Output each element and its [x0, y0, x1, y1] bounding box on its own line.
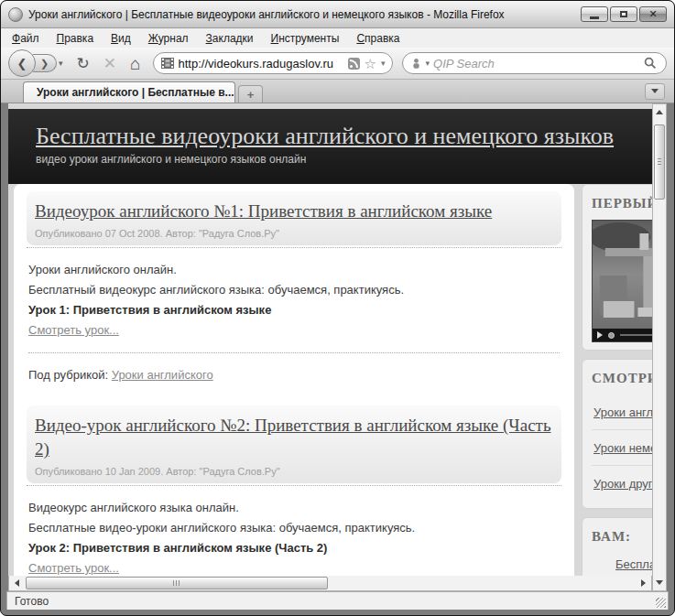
- article-2-meta: Опубликовано 10 Jan 2009. Автор: "Радуга…: [35, 466, 553, 477]
- rss-icon[interactable]: [348, 58, 360, 70]
- article-2-bold-line: Урок 2: Приветствия в английском языке (…: [28, 538, 560, 558]
- search-input[interactable]: [433, 57, 640, 70]
- sidebar-vam-title: ВАМ:: [592, 529, 652, 545]
- arrow-right-icon: [641, 579, 646, 587]
- sidebar: ПЕРВЫЙ УРОК: [582, 184, 652, 576]
- article-1-category-line: Под рубрикой: Уроки английского: [28, 368, 560, 382]
- address-bar[interactable]: ☆ ▾: [153, 52, 393, 74]
- search-engine-dropdown-icon[interactable]: ▾: [426, 59, 430, 68]
- bookmark-star-icon[interactable]: ☆: [365, 57, 376, 70]
- category-label: Под рубрикой:: [28, 368, 108, 382]
- film-strip-icon: [161, 58, 174, 69]
- qip-logo-icon[interactable]: [410, 58, 422, 70]
- window-controls: ✕: [581, 6, 667, 22]
- article-2-line2: Бесплатные видео-уроки английского языка…: [28, 518, 560, 538]
- player-progress-track[interactable]: [620, 334, 652, 336]
- player-knob-icon[interactable]: [608, 332, 615, 339]
- arrow-left-icon: [15, 579, 19, 587]
- scroll-left-button[interactable]: [10, 576, 24, 590]
- url-input[interactable]: [179, 57, 343, 70]
- arrow-down-icon: [656, 580, 663, 585]
- article-1-body: Уроки английского онлайн. Бесплатный вид…: [27, 248, 561, 353]
- minimize-button[interactable]: [581, 6, 608, 22]
- article-2-watch-link[interactable]: Смотреть урок...: [28, 561, 119, 575]
- article-1-line1: Уроки английского онлайн.: [28, 260, 560, 280]
- list-item: Уроки немецкого: [592, 429, 652, 465]
- menu-file[interactable]: Файл: [12, 32, 39, 45]
- play-icon[interactable]: [597, 331, 603, 339]
- home-icon: ⌂: [130, 54, 140, 73]
- article-1-meta: Опубликовано 07 Oct 2008. Автор: "Радуга…: [35, 228, 553, 239]
- search-bar[interactable]: ▾: [402, 52, 667, 74]
- sidebar-link-english-lessons[interactable]: Уроки английского: [593, 405, 652, 419]
- sidebar-vam-box: ВАМ: Бесплатный Переводчик: [582, 517, 652, 576]
- forward-button[interactable]: ❯: [33, 54, 57, 72]
- scroll-right-button[interactable]: [637, 576, 650, 590]
- web-page: Бесплатные видеоуроки английского и неме…: [8, 103, 652, 576]
- home-button[interactable]: ⌂: [130, 55, 140, 72]
- article-2: Видео-урок английского №2: Приветствия в…: [27, 405, 561, 576]
- navigation-toolbar: ❮ ❯ ▾ ↻ ✕ ⌂ ☆ ▾ ▾: [1, 48, 674, 80]
- title-bar[interactable]: Уроки английского | Бесплатные видеоурок…: [1, 1, 674, 28]
- article-1-bold-line: Урок 1: Приветствия в английском языке: [28, 300, 560, 320]
- status-text: Готово: [15, 595, 49, 608]
- menu-edit[interactable]: Правка: [57, 32, 94, 45]
- menu-help[interactable]: Справка: [356, 32, 399, 45]
- menu-history[interactable]: Журнал: [148, 32, 189, 45]
- menu-bookmarks[interactable]: Закладки: [206, 32, 254, 45]
- article-1-header: Видеоурок английского №1: Приветствия в …: [27, 191, 561, 245]
- site-header: Бесплатные видеоуроки английского и неме…: [8, 109, 652, 184]
- stop-button[interactable]: ✕: [103, 56, 116, 71]
- tab-bar: Уроки английского | Бесплатные в... +: [1, 80, 674, 103]
- list-item: Уроки других языков: [592, 465, 652, 501]
- restore-button[interactable]: [610, 6, 637, 22]
- reload-icon: ↻: [77, 55, 90, 72]
- sidebar-first-lesson-box: ПЕРВЫЙ УРОК: [582, 184, 652, 351]
- article-1-watch-link[interactable]: Смотреть урок...: [28, 323, 119, 337]
- urlbar-dropdown-icon[interactable]: ▾: [381, 59, 386, 68]
- article-2-header: Видео-урок английского №2: Приветствия в…: [27, 405, 561, 483]
- chevron-left-icon: ❮: [17, 57, 27, 70]
- menu-bar: Файл Правка Вид Журнал Закладки Инструме…: [1, 28, 674, 48]
- scroll-down-button[interactable]: [653, 576, 666, 589]
- new-tab-button[interactable]: +: [238, 85, 263, 103]
- history-dropdown-icon[interactable]: ▾: [59, 59, 63, 68]
- minimize-icon: [590, 16, 599, 19]
- scroll-up-button[interactable]: [653, 105, 666, 119]
- article-1: Видеоурок английского №1: Приветствия в …: [27, 191, 561, 382]
- tab-active[interactable]: Уроки английского | Бесплатные в...: [23, 81, 235, 103]
- firefox-icon: [8, 7, 23, 22]
- chevron-down-icon: [651, 89, 659, 93]
- magnifier-icon[interactable]: [644, 57, 657, 70]
- video-player[interactable]: [592, 220, 652, 342]
- sidebar-translator-link[interactable]: Бесплатный Переводчик: [592, 553, 652, 576]
- back-button[interactable]: ❮: [8, 49, 36, 77]
- menu-tools[interactable]: Инструменты: [271, 32, 340, 45]
- chevron-right-icon: ❯: [40, 58, 49, 70]
- sidebar-watch-box: СМОТРИТЕ Уроки английского Уроки немецко…: [582, 359, 652, 509]
- article-1-line2: Бесплатный видеокурс английского языка: …: [28, 280, 560, 300]
- sidebar-link-other-lessons[interactable]: Уроки других языков: [593, 477, 652, 491]
- article-1-title-link[interactable]: Видеоурок английского №1: Приветствия в …: [35, 201, 492, 221]
- site-title-link[interactable]: Бесплатные видеоуроки английского и неме…: [36, 123, 614, 150]
- tab-label: Уроки английского | Бесплатные в...: [37, 86, 234, 99]
- main-content: Видеоурок английского №1: Приветствия в …: [14, 184, 574, 576]
- category-link[interactable]: Уроки английского: [112, 368, 213, 382]
- vertical-scrollbar[interactable]: [652, 103, 667, 591]
- article-2-line1: Видеокурс английского языка онлайн.: [28, 498, 560, 518]
- menu-view[interactable]: Вид: [111, 32, 131, 45]
- video-thumbnail: [593, 221, 652, 329]
- horizontal-scrollbar[interactable]: [8, 576, 652, 591]
- article-2-title-link[interactable]: Видео-урок английского №2: Приветствия в…: [35, 416, 551, 459]
- site-tagline: видео уроки английского и немецкого язык…: [36, 153, 652, 166]
- horizontal-scroll-thumb[interactable]: [26, 577, 328, 589]
- tab-list-button[interactable]: [645, 83, 665, 100]
- resize-grip[interactable]: [656, 598, 666, 608]
- video-controls: [593, 329, 652, 341]
- close-button[interactable]: ✕: [639, 6, 667, 22]
- reload-button[interactable]: ↻: [77, 56, 90, 71]
- sidebar-link-german-lessons[interactable]: Уроки немецкого: [593, 441, 652, 455]
- article-2-body: Видеокурс английского языка онлайн. Бесп…: [27, 486, 561, 576]
- vertical-scroll-thumb[interactable]: [654, 124, 665, 200]
- restore-icon: [620, 11, 627, 17]
